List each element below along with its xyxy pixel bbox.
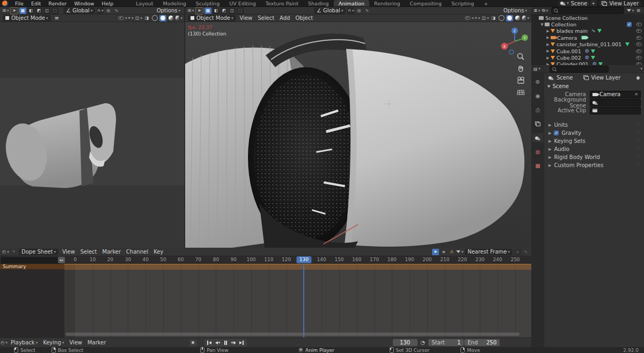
eye-icon[interactable] [636, 42, 642, 46]
workspace-tab[interactable]: Modeling [158, 0, 191, 7]
falloff-curve-icon[interactable]: ∿ [522, 249, 529, 255]
shading-solid-icon[interactable] [506, 15, 513, 21]
dope-sheet-body[interactable]: Summary [0, 264, 531, 337]
snap-mode-dropdown[interactable]: Nearest Frame▾ [465, 249, 513, 255]
workspace-tab[interactable]: Scripting [447, 0, 479, 7]
workspace-tab[interactable]: Animation [334, 0, 369, 7]
active-clip-field[interactable] [590, 107, 641, 114]
options-dropdown[interactable]: Options▾ [154, 8, 183, 14]
new-collection-icon[interactable]: ⊞ [635, 8, 642, 14]
stopwatch-icon[interactable]: ◔ [421, 340, 426, 345]
shading-wireframe-icon[interactable] [151, 15, 158, 21]
horizontal-scrollbar[interactable] [65, 333, 519, 336]
falloff-curve-icon[interactable]: ∿ [363, 8, 370, 14]
camera-view-canvas[interactable] [0, 22, 185, 248]
disclosure-arrow-icon[interactable]: ▶ [548, 163, 551, 168]
active-tool-icon[interactable]: ➤ [10, 7, 18, 15]
keyframe-grid[interactable] [64, 264, 531, 337]
viewport-menu[interactable]: Select [255, 15, 277, 21]
scene-selector[interactable]: ▾ Scene [558, 1, 589, 6]
xray-toggle-icon[interactable]: ◨ [490, 15, 497, 21]
topbar-menu[interactable]: Help [98, 1, 118, 6]
proportional-edit-icon[interactable]: ◎ [105, 8, 112, 14]
camera-view-icon[interactable] [516, 76, 525, 85]
select-tool-option[interactable]: ◫ [229, 8, 236, 14]
workspace-tab[interactable]: Texture Paint [261, 0, 303, 7]
panel-units[interactable]: ▶Units∷ [544, 121, 644, 129]
shading-rendered-icon[interactable]: ▾ [522, 15, 529, 21]
panel-keying-sets[interactable]: ▶Keying Sets∷ [544, 137, 644, 145]
only-selected-icon[interactable]: ➤ [432, 249, 439, 255]
editor-type-icon[interactable]: ▤▾ [533, 66, 540, 72]
frame-end-field[interactable]: End250 [464, 339, 500, 346]
channel-search-input[interactable] [1, 257, 60, 264]
next-keyframe-button[interactable] [230, 340, 238, 346]
panel-rigid-body-world[interactable]: ▶Rigid Body World∷ [544, 153, 644, 161]
timeline-ruler[interactable]: ↔ 01020304050607080901001101201301401501… [0, 256, 531, 264]
current-frame-chip[interactable]: 130 [297, 256, 311, 263]
clear-icon[interactable]: ✕ [634, 92, 638, 97]
blender-logo-icon[interactable] [2, 1, 8, 6]
pan-hand-icon[interactable] [516, 64, 525, 73]
playback-menu[interactable]: Marker [85, 340, 109, 346]
shading-rendered-icon[interactable]: ▾ [175, 15, 182, 21]
topbar-menu[interactable]: File [11, 1, 27, 6]
dope-sheet-menu[interactable]: Select [78, 249, 100, 255]
editor-type-icon[interactable]: ⊞▾ [187, 8, 194, 14]
texture-tab[interactable]: ▩ [532, 161, 543, 170]
outliner-row[interactable]: Scene Collection [531, 15, 644, 21]
topbar-menu[interactable]: Render [45, 1, 70, 6]
new-scene-button[interactable]: + [590, 0, 597, 6]
dope-sheet-menu[interactable]: Channel [123, 249, 151, 255]
snap-magnet-icon[interactable]: ∩▾ [347, 8, 354, 14]
frame-start-field[interactable]: Start1 [428, 339, 464, 346]
outliner-row[interactable]: ▼Collection [531, 21, 644, 27]
workspace-tab[interactable]: Shading [303, 0, 334, 7]
overlays-dropdown-icon[interactable]: ◫▾ [135, 15, 142, 21]
collapsed-menus-icon[interactable]: ≡ [52, 15, 62, 21]
eye-icon[interactable] [636, 30, 642, 33]
select-tool-option[interactable]: ◫ [43, 8, 50, 14]
orthographic-grid-icon[interactable] [516, 88, 525, 97]
select-tool-option[interactable]: ▦ [19, 8, 26, 14]
viewport-menu[interactable]: Object [292, 15, 316, 21]
overlays-dropdown-icon[interactable]: ◫▾ [482, 15, 489, 21]
show-hidden-icon[interactable]: ⧈ [440, 249, 447, 255]
dope-sheet-menu[interactable]: Marker [100, 249, 124, 255]
outliner-row[interactable]: ▶Cube.002⚙ [531, 54, 644, 61]
render-tab[interactable]: ◉ [532, 91, 543, 100]
filter-funnel-icon[interactable]: ▾ [627, 8, 634, 14]
outliner-row[interactable]: ▶Camera [531, 34, 644, 41]
disclosure-arrow-icon[interactable]: ▶ [545, 49, 551, 53]
visibility-dropdown-icon[interactable]: ▾ [119, 15, 126, 21]
orientation-dropdown[interactable]: ∠ Global▾ [63, 8, 95, 14]
gravity-checkbox[interactable] [554, 131, 559, 135]
select-tool-option[interactable]: ◩ [221, 8, 228, 14]
snap-magnet-icon[interactable]: ∩▾ [97, 8, 104, 14]
disclosure-arrow-icon[interactable]: ▼ [539, 23, 545, 27]
playback-menu[interactable]: Keying▾ [40, 340, 67, 346]
outliner-sync-icon[interactable]: ⧉▾ [541, 8, 548, 14]
mode-dropdown[interactable]: Object Mode▾ [188, 15, 236, 21]
orientation-dropdown[interactable]: ∠ Global▾ [314, 8, 346, 14]
eye-icon[interactable] [636, 56, 642, 60]
select-tool-option[interactable]: ◩ [35, 8, 42, 14]
disclosure-arrow-icon[interactable]: ▶ [545, 35, 551, 40]
shading-material-icon[interactable] [514, 15, 521, 21]
panel-custom-properties[interactable]: ▶Custom Properties∷ [544, 161, 644, 169]
editor-type-icon[interactable]: ◴▾ [1, 340, 8, 346]
scene-tab[interactable] [532, 133, 543, 142]
dope-sheet-menu[interactable]: Key [151, 249, 166, 255]
editor-type-icon[interactable]: ◴▾ [2, 249, 9, 255]
proportional-edit-icon[interactable]: ◎ [355, 8, 362, 14]
dope-sheet-menu[interactable]: View [60, 249, 78, 255]
pin-icon[interactable] [636, 75, 640, 80]
playhead[interactable] [303, 264, 304, 337]
eye-icon[interactable] [636, 36, 642, 40]
disclosure-arrow-icon[interactable]: ▶ [545, 56, 551, 60]
editor-type-icon[interactable]: ⊞▾ [2, 8, 9, 14]
zoom-icon[interactable] [516, 52, 525, 61]
jump-to-end-button[interactable] [238, 340, 246, 346]
auto-keying-icon[interactable] [189, 340, 196, 346]
stop-icon[interactable]: ✕ [298, 348, 303, 352]
